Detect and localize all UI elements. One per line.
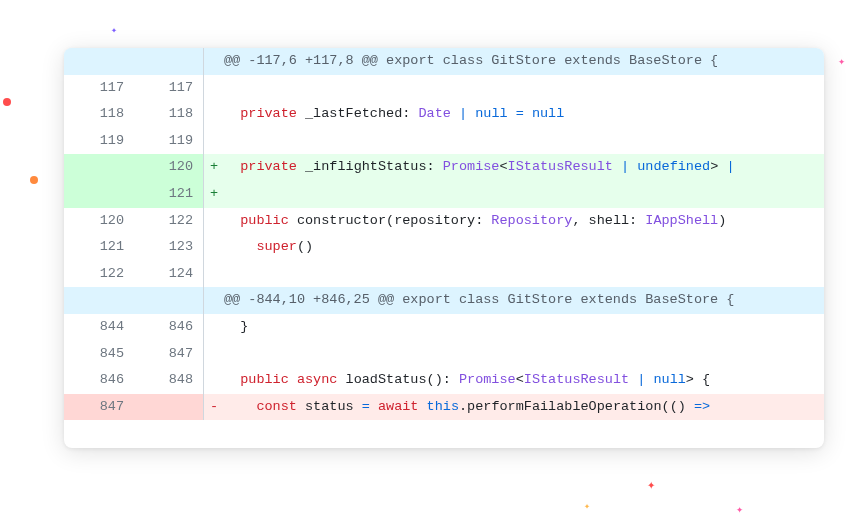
code-token [451,106,459,121]
code-token: : [427,159,443,174]
code-token [508,106,516,121]
code-token: public [240,372,289,387]
code-token: @@ -844,10 +846,25 @@ export class GitSt… [224,292,734,307]
diff-row-ctx[interactable]: 846848 public async loadStatus(): Promis… [64,367,824,394]
code-token [224,213,240,228]
diff-marker [204,234,224,261]
code-token [418,399,426,414]
code-token: Promise [443,159,500,174]
diff-marker [204,314,224,341]
code-token: Repository [491,213,572,228]
code-line[interactable]: @@ -844,10 +846,25 @@ export class GitSt… [224,287,824,314]
code-token: } [224,319,248,334]
code-token: null [475,106,507,121]
diff-row-ctx[interactable]: 119119 [64,128,824,155]
diff-marker [204,208,224,235]
code-token [467,106,475,121]
line-number-new: 117 [134,75,204,102]
code-token [289,372,297,387]
diff-row-add[interactable]: 121+ [64,181,824,208]
diff-table[interactable]: @@ -117,6 +117,8 @@ export class GitStor… [64,48,824,420]
diff-row-ctx[interactable]: 121123 super() [64,234,824,261]
code-line[interactable]: private _inflightStatus: Promise<IStatus… [224,154,824,181]
line-number-new: 848 [134,367,204,394]
sparkle-icon: ✦ [647,478,655,492]
code-token: ) [718,213,726,228]
line-number-new: 122 [134,208,204,235]
line-number-old: 120 [64,208,134,235]
code-token: undefined [637,159,710,174]
sparkle-icon: ✦ [838,56,845,68]
code-token [224,399,256,414]
dot-icon [3,98,11,106]
diff-marker [204,101,224,128]
code-token: : [402,106,418,121]
code-token: (() [662,399,694,414]
code-line[interactable] [224,128,824,155]
code-token: IStatusResult [524,372,629,387]
dot-icon [30,176,38,184]
code-line[interactable] [224,181,824,208]
sparkle-icon: ✦ [111,26,117,36]
diff-marker [204,48,224,75]
diff-row-ctx[interactable]: 120122 public constructor(repository: Re… [64,208,824,235]
diff-marker: + [204,181,224,208]
code-line[interactable] [224,341,824,368]
code-token: loadStatus [337,372,426,387]
diff-row-ctx[interactable]: 845847 [64,341,824,368]
diff-marker: + [204,154,224,181]
code-token: : [475,213,491,228]
code-token [370,399,378,414]
code-token: repository [394,213,475,228]
code-token: private [240,159,297,174]
code-token: constructor [289,213,386,228]
line-number-new: 123 [134,234,204,261]
code-token: < [499,159,507,174]
sparkle-icon: ✦ [736,504,743,516]
code-line[interactable]: const status = await this.performFailabl… [224,394,824,421]
diff-panel: @@ -117,6 +117,8 @@ export class GitStor… [64,48,824,448]
code-token: shell [589,213,630,228]
diff-row-ctx[interactable]: 122124 [64,261,824,288]
diff-row-add[interactable]: 120+ private _inflightStatus: Promise<IS… [64,154,824,181]
code-line[interactable]: public constructor(repository: Repositor… [224,208,824,235]
code-line[interactable]: super() [224,234,824,261]
line-number-old: 845 [64,341,134,368]
code-line[interactable]: private _lastFetched: Date | null = null [224,101,824,128]
code-token: IAppShell [645,213,718,228]
code-line[interactable] [224,261,824,288]
code-token: < [516,372,524,387]
code-token [224,106,240,121]
code-line[interactable] [224,75,824,102]
code-token: Date [418,106,450,121]
diff-row-hunk[interactable]: @@ -117,6 +117,8 @@ export class GitStor… [64,48,824,75]
diff-row-ctx[interactable]: 118118 private _lastFetched: Date | null… [64,101,824,128]
line-number-old: 119 [64,128,134,155]
code-line[interactable]: public async loadStatus(): Promise<IStat… [224,367,824,394]
line-number-old: 118 [64,101,134,128]
code-token: const [256,399,297,414]
code-token: | [726,159,734,174]
diff-marker [204,128,224,155]
line-number-new: 118 [134,101,204,128]
code-token: : [443,372,459,387]
code-token: performFailableOperation [467,399,661,414]
code-line[interactable]: @@ -117,6 +117,8 @@ export class GitStor… [224,48,824,75]
code-token: = [362,399,370,414]
diff-row-ctx[interactable]: 117117 [64,75,824,102]
line-number-old [64,154,134,181]
diff-marker [204,75,224,102]
code-token: null [532,106,564,121]
code-token: private [240,106,297,121]
diff-row-ctx[interactable]: 844846 } [64,314,824,341]
line-number-new: 847 [134,341,204,368]
line-number-new: 124 [134,261,204,288]
code-token: await [378,399,419,414]
code-token: _inflightStatus [297,159,427,174]
code-token: _lastFetched [297,106,402,121]
diff-row-hunk[interactable]: @@ -844,10 +846,25 @@ export class GitSt… [64,287,824,314]
code-token: . [459,399,467,414]
line-number-new: 119 [134,128,204,155]
code-line[interactable]: } [224,314,824,341]
diff-row-del[interactable]: 847- const status = await this.performFa… [64,394,824,421]
